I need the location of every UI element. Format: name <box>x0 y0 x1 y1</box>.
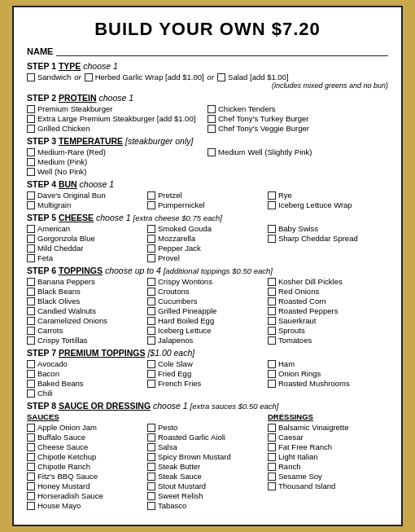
step-8: STEP 8 SAUCE OR DRESSING choose 1 [extra… <box>27 401 388 510</box>
step-4-options: Dave's Original Bun Pretzel Rye Multigra… <box>27 191 388 209</box>
step-1-header: STEP 1 TYPE choose 1 <box>27 61 388 71</box>
opt-thousand-island: Thousand Island <box>268 481 388 490</box>
opt-chili: Chili <box>27 389 147 398</box>
opt-rye: Rye <box>268 191 388 200</box>
checkbox-sandwich[interactable] <box>27 73 35 81</box>
opt-pepper-jack: Pepper Jack <box>147 244 268 253</box>
opt-buffalo-sauce: Buffalo Sauce <box>27 433 147 442</box>
step-4-header: STEP 4 BUN choose 1 <box>27 179 388 189</box>
opt-cucumbers: Cucumbers <box>147 297 268 306</box>
name-line[interactable] <box>56 45 388 56</box>
opt-apple-onion-jam: Apple Onion Jam <box>27 423 147 432</box>
name-label: NAME <box>27 46 53 56</box>
opt-sauerkraut: Sauerkraut <box>268 316 388 325</box>
opt-ranch: Ranch <box>268 462 388 471</box>
opt-honey-mustard: Honey Mustard <box>27 481 147 490</box>
opt-avocado: Avocado <box>27 359 147 368</box>
opt-chicken-tenders: Chicken Tenders <box>208 104 388 113</box>
option-sandwich: Sandwich <box>27 73 71 81</box>
opt-fat-free-ranch: Fat Free Ranch <box>268 442 388 451</box>
opt-bacon: Bacon <box>27 369 147 378</box>
opt-cheese-sauce: Cheese Sauce <box>27 442 147 451</box>
opt-french-fries: French Fries <box>147 379 268 388</box>
opt-jalapenos: Jalapenos <box>147 336 268 345</box>
step-2: STEP 2 PROTEIN choose 1 Premium Steakbur… <box>27 93 388 133</box>
opt-croutons: Croutons <box>147 287 268 296</box>
opt-house-mayo: House Mayo <box>27 501 147 510</box>
page-title: BUILD YOUR OWN $7.20 <box>27 19 388 40</box>
opt-red-onions: Red Onions <box>268 287 388 296</box>
opt-baby-swiss: Baby Swiss <box>268 224 388 233</box>
opt-spicy-brown-mustard: Spicy Brown Mustard <box>147 452 268 461</box>
opt-sweet-relish: Sweet Relish <box>147 491 268 500</box>
opt-black-olives: Black Olives <box>27 297 147 306</box>
sauces-col-1: SAUCES Apple Onion Jam Buffalo Sauce Che… <box>27 412 147 510</box>
opt-daves-bun: Dave's Original Bun <box>27 191 147 200</box>
opt-ham: Ham <box>268 359 388 368</box>
menu-page: BUILD YOUR OWN $7.20 NAME STEP 1 TYPE ch… <box>12 6 403 526</box>
sauces-col-2: x Pesto Roasted Garlic Aioli Salsa Spicy… <box>147 412 268 510</box>
option-salad: Salad [add $1.00] <box>217 73 288 81</box>
opt-provel: Provel <box>147 253 268 262</box>
opt-horseradish: Horseradish Sauce <box>27 491 147 500</box>
opt-medium: Medium (Pink) <box>27 157 208 166</box>
step-5: STEP 5 CHEESE choose 1 [extra cheese $0.… <box>27 213 388 262</box>
opt-balsamic: Balsamic Vinaigrette <box>268 423 388 432</box>
opt-baked-beans: Baked Beans <box>27 379 147 388</box>
opt-caramelized-onions: Caramelized Onions <box>27 316 147 325</box>
opt-roasted-corn: Roasted Corn <box>268 297 388 306</box>
step-6-options: Banana Peppers Crispy Wontons Kosher Dil… <box>27 277 388 345</box>
checkbox-salad[interactable] <box>217 73 225 81</box>
opt-lettuce-wrap: Iceberg Lettuce Wrap <box>268 200 388 209</box>
opt-premium-steak: Premium Steakburger <box>27 104 208 113</box>
opt-grilled-pineapple: Grilled Pineapple <box>147 306 268 315</box>
opt-sesame-soy: Sesame Soy <box>268 472 388 481</box>
step-3: STEP 3 TEMPERATURE [steakburger only] Me… <box>27 136 388 176</box>
opt-steak-butter: Steak Butter <box>147 462 268 471</box>
opt-chipotle-ketchup: Chipotle Ketchup <box>27 452 147 461</box>
opt-candied-walnuts: Candied Walnuts <box>27 306 147 315</box>
opt-cole-slaw: Cole Slaw <box>147 359 268 368</box>
step-3-options: Medium-Rare (Red) Medium Well (Slightly … <box>27 147 388 176</box>
opt-black-beans: Black Beans <box>27 287 147 296</box>
opt-fitzs-bbq: Fitz's BBQ Sauce <box>27 472 147 481</box>
dressings-col: DRESSINGS Balsamic Vinaigrette Caesar Fa… <box>268 412 388 510</box>
opt-smoked-gouda: Smoked Gouda <box>147 224 268 233</box>
step-4: STEP 4 BUN choose 1 Dave's Original Bun … <box>27 179 388 209</box>
opt-sprouts: Sprouts <box>268 326 388 335</box>
sauces-header: SAUCES <box>27 412 147 421</box>
opt-stout-mustard: Stout Mustard <box>147 481 268 490</box>
option-garlic-wrap: Herbed Garlic Wrap [add $1.00] <box>85 73 204 81</box>
opt-tomatoes: Tomatoes <box>268 336 388 345</box>
opt-hard-boiled-egg: Hard Boiled Egg <box>147 316 268 325</box>
opt-crispy-wontons: Crispy Wontons <box>147 277 268 286</box>
opt-fried-egg: Fried Egg <box>147 369 268 378</box>
step-7: STEP 7 PREMIUM TOPPINGS [$1.00 each] Avo… <box>27 348 388 398</box>
step-2-options: Premium Steakburger Chicken Tenders Extr… <box>27 104 388 133</box>
step-1-note: (includes mixed greens and no bun) <box>27 81 388 90</box>
opt-multigrain: Multigrain <box>27 200 147 209</box>
opt-american: American <box>27 224 147 233</box>
step-8-header: STEP 8 SAUCE OR DRESSING choose 1 [extra… <box>27 401 388 411</box>
opt-carrots: Carrots <box>27 326 147 335</box>
opt-dill-pickles: Kosher Dill Pickles <box>268 277 388 286</box>
opt-light-italian: Light Italian <box>268 452 388 461</box>
opt-gorgonzola: Gorgonzola Blue <box>27 234 147 243</box>
opt-roasted-mushrooms: Roasted Mushrooms <box>268 379 388 388</box>
opt-pumpernickel: Pumpernickel <box>147 200 268 209</box>
opt-roasted-garlic-aioli: Roasted Garlic Aioli <box>147 433 268 442</box>
opt-pretzel: Pretzel <box>147 191 268 200</box>
opt-feta: Feta <box>27 253 147 262</box>
step-5-options: American Smoked Gouda Baby Swiss Gorgonz… <box>27 224 388 262</box>
opt-onion-rings: Onion Rings <box>268 369 388 378</box>
step-7-header: STEP 7 PREMIUM TOPPINGS [$1.00 each] <box>27 348 388 358</box>
checkbox-garlic-wrap[interactable] <box>85 73 93 81</box>
opt-sharp-cheddar: Sharp Cheddar Spread <box>268 234 388 243</box>
step-3-header: STEP 3 TEMPERATURE [steakburger only] <box>27 136 388 146</box>
opt-banana-peppers: Banana Peppers <box>27 277 147 286</box>
opt-mozzarella: Mozzarella <box>147 234 268 243</box>
opt-roasted-peppers: Roasted Peppers <box>268 306 388 315</box>
opt-caesar: Caesar <box>268 433 388 442</box>
name-row: NAME <box>27 45 388 56</box>
opt-salsa: Salsa <box>147 442 268 451</box>
